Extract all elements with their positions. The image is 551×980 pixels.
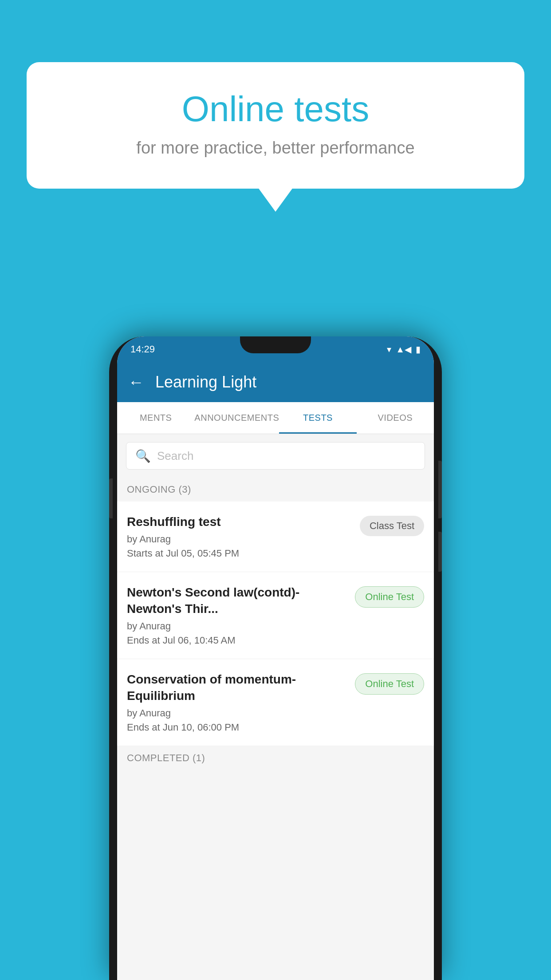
test-time-newton: Ends at Jul 06, 10:45 AM bbox=[127, 635, 348, 646]
test-item-newton[interactable]: Newton's Second law(contd)-Newton's Thir… bbox=[117, 572, 434, 659]
volume-down-button bbox=[438, 532, 442, 572]
test-info-newton: Newton's Second law(contd)-Newton's Thir… bbox=[127, 585, 348, 646]
test-by-newton: by Anurag bbox=[127, 620, 348, 632]
test-badge-newton: Online Test bbox=[355, 586, 424, 608]
test-info-reshuffling: Reshuffling test by Anurag Starts at Jul… bbox=[127, 514, 353, 559]
tests-list: Reshuffling test by Anurag Starts at Jul… bbox=[117, 502, 434, 746]
tabs-bar: MENTS ANNOUNCEMENTS TESTS VIDEOS bbox=[117, 402, 434, 434]
test-by-conservation: by Anurag bbox=[127, 707, 348, 719]
test-badge-conservation: Online Test bbox=[355, 673, 424, 695]
power-button bbox=[438, 461, 442, 518]
test-time-conservation: Ends at Jun 10, 06:00 PM bbox=[127, 722, 348, 733]
status-bar: 14:29 ▾ ▲◀ ▮ bbox=[117, 336, 434, 362]
test-name-reshuffling: Reshuffling test bbox=[127, 514, 353, 530]
tab-tests[interactable]: TESTS bbox=[279, 402, 356, 434]
test-name-newton: Newton's Second law(contd)-Newton's Thir… bbox=[127, 585, 348, 617]
test-name-conservation: Conservation of momentum-Equilibrium bbox=[127, 672, 348, 704]
phone-screen: 14:29 ▾ ▲◀ ▮ ← Learning Light MENTS ANNO… bbox=[117, 336, 434, 980]
promo-title: Online tests bbox=[62, 89, 489, 130]
volume-button bbox=[109, 478, 113, 518]
app-title: Learning Light bbox=[155, 373, 256, 391]
phone-frame: 14:29 ▾ ▲◀ ▮ ← Learning Light MENTS ANNO… bbox=[109, 336, 442, 980]
back-button[interactable]: ← bbox=[128, 373, 144, 391]
battery-icon: ▮ bbox=[416, 344, 421, 355]
test-time-reshuffling: Starts at Jul 05, 05:45 PM bbox=[127, 548, 353, 559]
promo-subtitle: for more practice, better performance bbox=[62, 138, 489, 158]
ongoing-section-header: ONGOING (3) bbox=[117, 478, 434, 502]
completed-section-header: COMPLETED (1) bbox=[117, 746, 434, 770]
tab-videos[interactable]: VIDEOS bbox=[357, 402, 434, 434]
search-container: 🔍 Search bbox=[117, 434, 434, 478]
test-info-conservation: Conservation of momentum-Equilibrium by … bbox=[127, 672, 348, 733]
search-box[interactable]: 🔍 Search bbox=[126, 442, 425, 470]
test-badge-reshuffling: Class Test bbox=[360, 516, 424, 536]
speech-bubble: Online tests for more practice, better p… bbox=[27, 62, 524, 189]
promo-banner: Online tests for more practice, better p… bbox=[27, 62, 524, 189]
search-icon: 🔍 bbox=[135, 449, 151, 463]
tab-ments[interactable]: MENTS bbox=[117, 402, 194, 434]
test-by-reshuffling: by Anurag bbox=[127, 533, 353, 545]
search-placeholder: Search bbox=[157, 449, 193, 463]
wifi-icon: ▾ bbox=[387, 344, 391, 355]
tab-announcements[interactable]: ANNOUNCEMENTS bbox=[194, 402, 279, 434]
test-item-reshuffling[interactable]: Reshuffling test by Anurag Starts at Jul… bbox=[117, 502, 434, 572]
status-icons: ▾ ▲◀ ▮ bbox=[387, 344, 421, 355]
status-time: 14:29 bbox=[130, 344, 155, 355]
signal-icon: ▲◀ bbox=[396, 344, 411, 355]
app-bar: ← Learning Light bbox=[117, 362, 434, 402]
test-item-conservation[interactable]: Conservation of momentum-Equilibrium by … bbox=[117, 659, 434, 746]
